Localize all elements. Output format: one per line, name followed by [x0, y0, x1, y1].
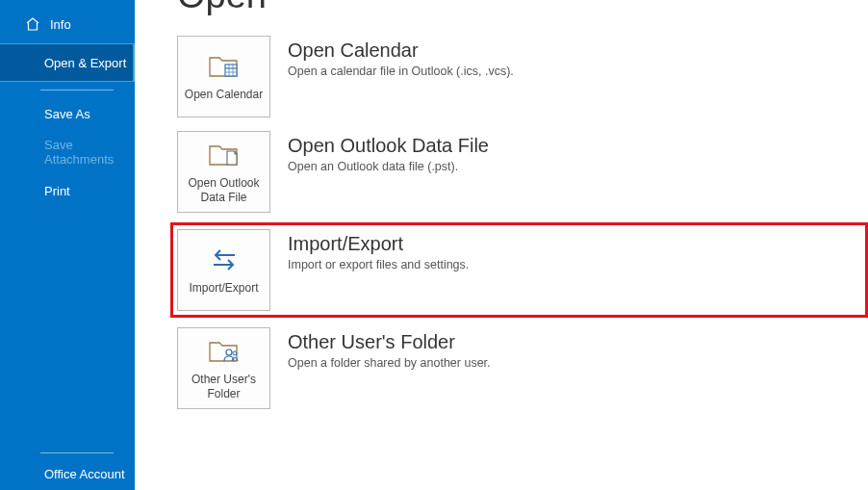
option-title: Open Calendar	[288, 39, 514, 62]
option-text: Open Outlook Data File Open an Outlook d…	[288, 131, 489, 173]
tile-label: Import/Export	[185, 281, 262, 295]
page-title: Open	[177, 0, 868, 16]
tile-label: Open Outlook Data File	[178, 176, 269, 204]
option-import-export: Import/Export Import/Export Import or ex…	[170, 222, 868, 318]
calendar-folder-icon	[208, 51, 241, 82]
option-desc: Import or export files and settings.	[288, 258, 469, 271]
user-folder-icon	[208, 336, 241, 367]
sidebar-item-office-account[interactable]: Office Account	[0, 457, 135, 490]
tile-label: Other User's Folder	[178, 373, 269, 400]
sidebar-item-label: Print	[44, 184, 70, 198]
tile-other-users-folder[interactable]: Other User's Folder	[177, 327, 270, 409]
option-open-calendar: Open Calendar Open Calendar Open a calen…	[177, 36, 868, 117]
tile-open-calendar[interactable]: Open Calendar	[177, 36, 270, 117]
sidebar-item-label: Open & Export	[44, 56, 126, 70]
option-title: Import/Export	[288, 233, 469, 255]
option-open-data-file: Open Outlook Data File Open Outlook Data…	[177, 131, 868, 213]
option-text: Import/Export Import or export files and…	[288, 229, 469, 271]
sidebar-item-save-as[interactable]: Save As	[0, 94, 135, 133]
tile-label: Open Calendar	[181, 88, 267, 101]
tile-open-data-file[interactable]: Open Outlook Data File	[177, 131, 270, 213]
sidebar-bottom: Office Account	[0, 449, 135, 490]
home-icon	[25, 16, 40, 32]
option-text: Other User's Folder Open a folder shared…	[288, 327, 491, 370]
sidebar-item-open-export[interactable]: Open & Export	[0, 43, 135, 82]
sidebar-item-label: Info	[50, 17, 71, 32]
sidebar-item-save-attachments: Save Attachments	[0, 133, 135, 171]
sidebar-item-print[interactable]: Print	[0, 171, 135, 210]
sidebar-item-label: Save Attachments	[44, 138, 135, 167]
sidebar-item-info[interactable]: Info	[0, 5, 135, 43]
sidebar-divider	[40, 452, 114, 453]
svg-rect-0	[225, 64, 237, 76]
svg-point-7	[226, 349, 232, 355]
import-export-icon	[208, 245, 241, 275]
main-content: Open Open Calendar Open Calendar Open a …	[135, 0, 868, 490]
option-desc: Open an Outlook data file (.pst).	[288, 160, 489, 173]
sidebar-item-label: Save As	[44, 107, 90, 121]
option-title: Open Outlook Data File	[288, 135, 489, 157]
sidebar: Info Open & Export Save As Save Attachme…	[0, 0, 135, 490]
sidebar-divider	[40, 90, 114, 90]
option-title: Other User's Folder	[288, 331, 491, 353]
option-text: Open Calendar Open a calendar file in Ou…	[288, 36, 514, 78]
sidebar-item-label: Office Account	[44, 467, 125, 481]
tile-import-export[interactable]: Import/Export	[177, 229, 270, 311]
datafile-folder-icon	[208, 140, 241, 170]
option-desc: Open a calendar file in Outlook (.ics, .…	[288, 64, 514, 78]
option-other-users-folder: Other User's Folder Other User's Folder …	[177, 327, 868, 409]
option-desc: Open a folder shared by another user.	[288, 356, 491, 370]
